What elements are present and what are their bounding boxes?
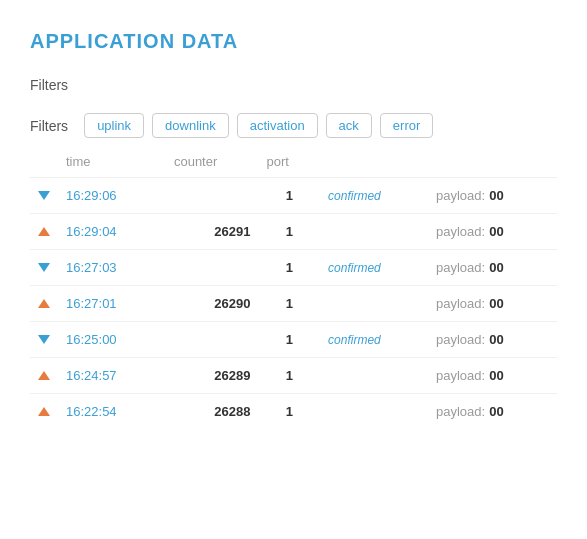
payload-label: payload: [436,368,485,383]
direction-icon [30,358,58,394]
confirmed-cell [320,394,428,430]
payload-value: 00 [489,404,503,419]
port-cell: 1 [258,250,320,286]
filters-row: Filters [30,77,557,93]
time-cell: 16:24:57 [58,358,166,394]
card: APPLICATION DATA Filters Filters uplink … [0,0,587,539]
table-row[interactable]: 16:29:061confirmedpayload:00 [30,178,557,214]
port-cell: 1 [258,214,320,250]
payload-cell: payload:00 [428,178,557,214]
time-cell: 16:25:00 [58,322,166,358]
confirmed-cell: confirmed [320,322,428,358]
table-row[interactable]: 16:27:031confirmedpayload:00 [30,250,557,286]
filter-uplink[interactable]: uplink [84,113,144,138]
filters-label-main: Filters [30,118,90,134]
table-row[interactable]: 16:27:01262901payload:00 [30,286,557,322]
payload-cell: payload:00 [428,214,557,250]
filters-label: Filters [30,77,68,93]
payload-value: 00 [489,368,503,383]
port-cell: 1 [258,358,320,394]
direction-icon [30,322,58,358]
table-row[interactable]: 16:29:04262911payload:00 [30,214,557,250]
confirmed-cell [320,358,428,394]
confirmed-cell [320,214,428,250]
filter-ack[interactable]: ack [326,113,372,138]
payload-label: payload: [436,188,485,203]
payload-label: payload: [436,260,485,275]
header-counter: counter [166,150,259,178]
payload-value: 00 [489,188,503,203]
direction-icon [30,178,58,214]
port-cell: 1 [258,394,320,430]
payload-cell: payload:00 [428,322,557,358]
time-cell: 16:29:04 [58,214,166,250]
table-row[interactable]: 16:25:001confirmedpayload:00 [30,322,557,358]
table-row[interactable]: 16:22:54262881payload:00 [30,394,557,430]
time-cell: 16:27:03 [58,250,166,286]
confirmed-cell: confirmed [320,178,428,214]
time-cell: 16:29:06 [58,178,166,214]
payload-value: 00 [489,296,503,311]
counter-cell [166,250,259,286]
counter-cell: 26288 [166,394,259,430]
header-time: time [58,150,166,178]
payload-label: payload: [436,404,485,419]
payload-label: payload: [436,332,485,347]
counter-cell [166,322,259,358]
page-title: APPLICATION DATA [30,30,557,53]
port-cell: 1 [258,286,320,322]
counter-cell: 26291 [166,214,259,250]
direction-icon [30,286,58,322]
time-cell: 16:27:01 [58,286,166,322]
filter-downlink[interactable]: downlink [152,113,229,138]
payload-cell: payload:00 [428,358,557,394]
payload-value: 00 [489,224,503,239]
payload-label: payload: [436,296,485,311]
data-table: time counter port 16:29:061confirmedpayl… [30,150,557,429]
confirmed-cell: confirmed [320,250,428,286]
payload-value: 00 [489,332,503,347]
payload-cell: payload:00 [428,286,557,322]
counter-cell: 26289 [166,358,259,394]
filter-error[interactable]: error [380,113,433,138]
port-cell: 1 [258,322,320,358]
confirmed-cell [320,286,428,322]
filter-activation[interactable]: activation [237,113,318,138]
table-row[interactable]: 16:24:57262891payload:00 [30,358,557,394]
time-cell: 16:22:54 [58,394,166,430]
direction-icon [30,250,58,286]
direction-icon [30,394,58,430]
direction-icon [30,214,58,250]
payload-cell: payload:00 [428,250,557,286]
payload-value: 00 [489,260,503,275]
counter-cell [166,178,259,214]
header-port: port [258,150,320,178]
payload-label: payload: [436,224,485,239]
port-cell: 1 [258,178,320,214]
counter-cell: 26290 [166,286,259,322]
payload-cell: payload:00 [428,394,557,430]
